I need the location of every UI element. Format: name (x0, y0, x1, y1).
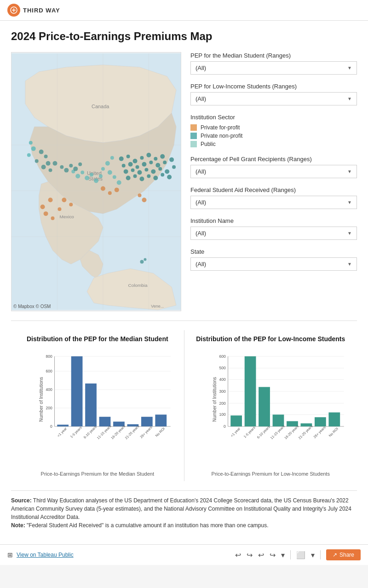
more-button[interactable]: ▾ (281, 551, 285, 559)
fullscreen-button[interactable]: ⬜ (296, 551, 305, 559)
source-label: Source: (11, 497, 32, 504)
svg-text:Mexico: Mexico (59, 214, 74, 219)
svg-point-54 (90, 173, 93, 177)
svg-point-65 (69, 203, 73, 206)
svg-point-52 (99, 175, 103, 178)
state-dropdown[interactable]: (All) ▼ (190, 257, 357, 271)
svg-point-69 (138, 193, 142, 197)
svg-text:200: 200 (46, 406, 53, 410)
svg-point-31 (124, 169, 128, 174)
pep-median-arrow: ▼ (347, 65, 352, 70)
view-tableau-label[interactable]: View on Tableau Public (17, 552, 74, 558)
svg-point-40 (133, 175, 137, 178)
pep-median-group: PEP for the Median Student (Ranges) (All… (190, 52, 357, 75)
pell-grant-dropdown[interactable]: (All) ▼ (190, 165, 357, 178)
svg-point-46 (110, 156, 114, 160)
federal-aid-label: Federal Student Aid Received (Ranges) (190, 186, 357, 193)
chart1-container: Distribution of the PEP for the Median S… (11, 330, 184, 481)
pep-low-income-dropdown[interactable]: (All) ▼ (190, 92, 357, 105)
svg-point-80 (69, 164, 73, 168)
footer-controls: ↩ ↪ ↩ ↪ ▾ ⬜ ▾ ↗ Share (235, 549, 361, 560)
svg-text:200: 200 (219, 401, 226, 406)
institution-name-dropdown[interactable]: (All) ▼ (190, 227, 357, 240)
pell-grant-label: Percentage of Pell Grant Recipients (Ran… (190, 156, 357, 163)
svg-rect-101 (71, 356, 83, 426)
svg-point-66 (101, 186, 105, 191)
federal-aid-dropdown[interactable]: (All) ▼ (190, 196, 357, 209)
note-label: Note: (11, 522, 25, 529)
institution-name-value: (All) (196, 230, 206, 237)
charts-section: Distribution of the PEP for the Median S… (11, 320, 357, 481)
svg-text:0: 0 (50, 424, 52, 429)
svg-point-34 (144, 168, 148, 172)
svg-point-86 (140, 260, 144, 264)
pell-grant-value: (All) (196, 168, 206, 175)
non-profit-swatch (190, 133, 197, 139)
undo-button[interactable]: ↩ (235, 551, 241, 559)
svg-text:26+ years: 26+ years (139, 425, 153, 439)
note-text: "Federal Student Aid Received" is a cumu… (27, 522, 268, 529)
svg-point-82 (78, 163, 82, 166)
revert-button[interactable]: ↩ (258, 551, 264, 559)
pep-median-dropdown[interactable]: (All) ▼ (190, 61, 357, 75)
chart2-svg: 0 100 200 300 400 500 600 (215, 349, 346, 451)
svg-point-18 (133, 159, 138, 163)
svg-text:Canada: Canada (92, 104, 109, 109)
svg-text:500: 500 (219, 366, 226, 371)
forward-button[interactable]: ↪ (270, 551, 276, 559)
svg-point-41 (139, 177, 144, 181)
institution-name-arrow: ▼ (347, 231, 352, 236)
header: ThiRd Way (0, 0, 368, 21)
state-group: State (All) ▼ (190, 248, 357, 271)
pep-low-income-label: PEP for Low-Income Students (Ranges) (190, 83, 357, 90)
for-profit-label: Private for-profit (201, 124, 240, 131)
state-arrow: ▼ (347, 262, 352, 267)
non-profit-label: Private non-profit (201, 133, 242, 139)
redo-button[interactable]: ↪ (247, 551, 253, 559)
pep-median-value: (All) (196, 64, 206, 71)
svg-rect-102 (85, 384, 97, 426)
svg-point-87 (144, 258, 146, 261)
pep-low-income-value: (All) (196, 95, 206, 102)
svg-text:1-5 years: 1-5 years (242, 425, 256, 439)
svg-text:400: 400 (219, 377, 226, 382)
institution-name-label: Institution Name (190, 217, 357, 224)
map-container: Canada United States Mexico Colombia Ven… (11, 52, 181, 311)
svg-point-17 (126, 155, 130, 158)
separator (290, 550, 291, 559)
svg-text:6-10 years: 6-10 years (83, 425, 98, 440)
svg-point-56 (80, 171, 84, 175)
svg-point-45 (167, 175, 172, 180)
logo-text: ThiRd Way (23, 7, 60, 14)
svg-point-33 (138, 170, 142, 175)
for-profit-swatch (190, 124, 197, 131)
svg-text:600: 600 (219, 354, 226, 359)
federal-aid-value: (All) (196, 199, 206, 206)
svg-point-81 (73, 167, 78, 171)
page-title: 2024 Price-to-Earnings Premiums Map (11, 30, 357, 43)
tableau-icon: ⊞ (7, 551, 13, 559)
state-label: State (190, 248, 357, 255)
svg-point-25 (136, 165, 139, 169)
svg-point-21 (154, 157, 157, 161)
footer: ⊞ View on Tableau Public ↩ ↪ ↩ ↪ ▾ ⬜ ▾ ↗… (0, 544, 368, 565)
svg-point-50 (113, 175, 116, 179)
svg-text:26+ years: 26+ years (312, 425, 326, 439)
svg-rect-139 (328, 413, 340, 426)
svg-text:<1 year: <1 year (230, 426, 241, 438)
share-label: Share (339, 552, 354, 558)
svg-point-78 (60, 165, 63, 169)
pell-grant-arrow: ▼ (347, 169, 352, 174)
svg-text:600: 600 (46, 369, 53, 373)
legend-title: Institution Sector (190, 114, 357, 121)
share-button[interactable]: ↗ Share (326, 549, 361, 560)
svg-point-83 (29, 141, 33, 145)
svg-text:No ROI: No ROI (155, 427, 166, 438)
pep-median-label: PEP for the Median Student (Ranges) (190, 52, 357, 59)
svg-point-28 (155, 163, 160, 168)
svg-point-59 (48, 198, 53, 202)
download-button[interactable]: ▾ (311, 551, 315, 559)
svg-point-20 (146, 153, 151, 157)
svg-point-70 (142, 198, 146, 202)
svg-point-71 (39, 150, 44, 154)
